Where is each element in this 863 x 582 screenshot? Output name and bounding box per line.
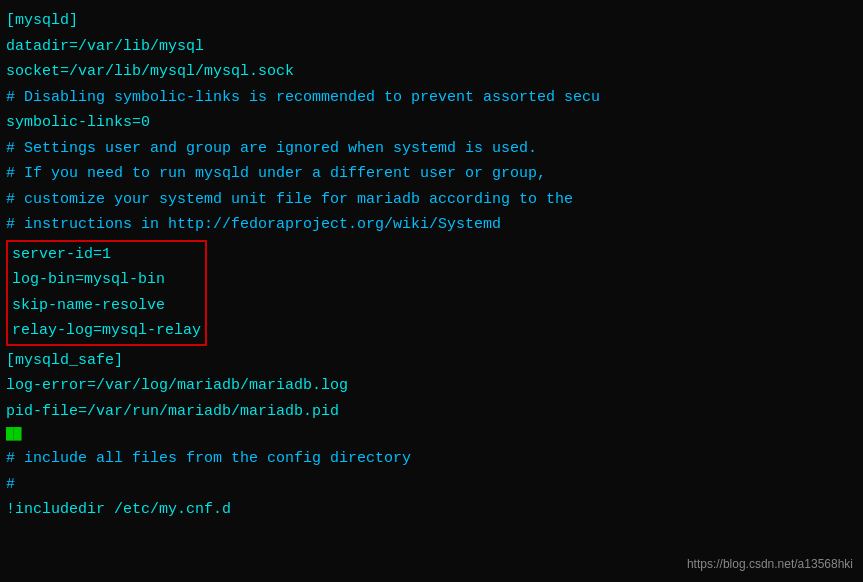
watermark: https://blog.csdn.net/a13568hki: [687, 554, 853, 574]
line-cursor: ██: [6, 424, 857, 446]
line-skip-name: skip-name-resolve: [12, 293, 201, 319]
line-log-bin: log-bin=mysql-bin: [12, 267, 201, 293]
line-comment-customize: # customize your systemd unit file for m…: [6, 187, 857, 213]
line-log-error: log-error=/var/log/mariadb/mariadb.log: [6, 373, 857, 399]
line-relay-log: relay-log=mysql-relay: [12, 318, 201, 344]
line-server-id: server-id=1: [12, 242, 201, 268]
line-includedir: !includedir /etc/my.cnf.d: [6, 497, 857, 523]
line-mysqld-header: [mysqld]: [6, 8, 857, 34]
line-datadir: datadir=/var/lib/mysql: [6, 34, 857, 60]
line-comment-instructions: # instructions in http://fedoraproject.o…: [6, 212, 857, 238]
config-highlight-block: server-id=1 log-bin=mysql-bin skip-name-…: [6, 240, 207, 346]
line-comment-settings: # Settings user and group are ignored wh…: [6, 136, 857, 162]
line-symbolic-links: symbolic-links=0: [6, 110, 857, 136]
line-comment-include: # include all files from the config dire…: [6, 446, 857, 472]
terminal-window: [mysqld] datadir=/var/lib/mysql socket=/…: [0, 0, 863, 582]
line-pid-file: pid-file=/var/run/mariadb/mariadb.pid: [6, 399, 857, 425]
line-comment-hash: #: [6, 472, 857, 498]
line-comment-disabling: # Disabling symbolic-links is recommende…: [6, 85, 857, 111]
line-socket: socket=/var/lib/mysql/mysql.sock: [6, 59, 857, 85]
line-mysqld-safe: [mysqld_safe]: [6, 348, 857, 374]
line-comment-if: # If you need to run mysqld under a diff…: [6, 161, 857, 187]
